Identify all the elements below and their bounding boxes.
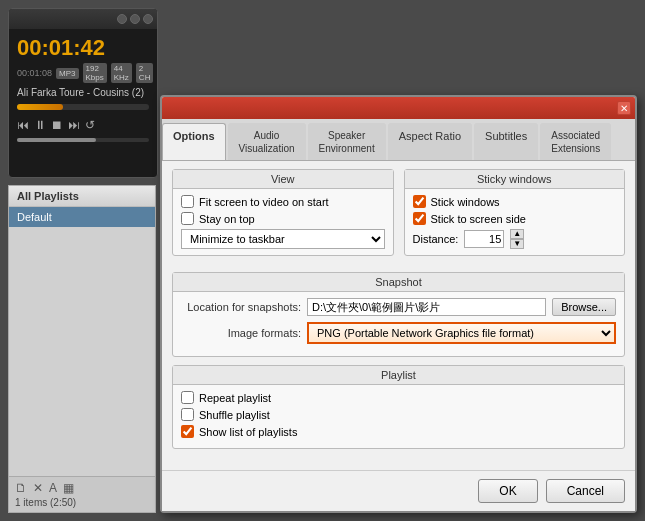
player-progress[interactable] xyxy=(17,104,149,110)
play-btn[interactable]: ⏸ xyxy=(34,118,46,132)
stick-screen-row: Stick to screen side xyxy=(413,212,617,225)
tab-options[interactable]: Options xyxy=(162,123,226,160)
stick-screen-label: Stick to screen side xyxy=(431,213,526,225)
show-list-checkbox[interactable] xyxy=(181,425,194,438)
volume-bar[interactable] xyxy=(17,138,149,142)
minimize-dropdown[interactable]: Minimize to taskbar xyxy=(181,229,385,249)
tab-aspect-ratio[interactable]: Aspect Ratio xyxy=(388,123,472,160)
cancel-button[interactable]: Cancel xyxy=(546,479,625,503)
tab-assoc-ext[interactable]: AssociatedExtensions xyxy=(540,123,611,160)
distance-label: Distance: xyxy=(413,233,459,245)
minimize-btn[interactable] xyxy=(117,14,127,24)
view-title: View xyxy=(173,170,393,189)
playlist-body: Repeat playlist Shuffle playlist Show li… xyxy=(173,385,624,448)
volume-fill xyxy=(17,138,96,142)
shuffle-checkbox[interactable] xyxy=(181,408,194,421)
another-icon[interactable]: ▦ xyxy=(63,481,74,495)
format-row: Image formats: PNG (Portable Network Gra… xyxy=(181,322,616,344)
snapshot-title: Snapshot xyxy=(173,273,624,292)
distance-input[interactable] xyxy=(464,230,504,248)
fit-screen-checkbox[interactable] xyxy=(181,195,194,208)
sticky-title: Sticky windows xyxy=(405,170,625,189)
next-btn[interactable]: ⏭ xyxy=(68,118,80,132)
remove-playlist-icon[interactable]: ✕ xyxy=(33,481,43,495)
dialog-close-btn[interactable]: ✕ xyxy=(617,101,631,115)
distance-row: Distance: ▲ ▼ xyxy=(413,229,617,249)
top-sections: View Fit screen to video on start Stay o… xyxy=(172,169,625,264)
player-remaining: 00:01:08 xyxy=(17,68,52,78)
show-list-label: Show list of playlists xyxy=(199,426,297,438)
view-section: View Fit screen to video on start Stay o… xyxy=(172,169,394,256)
playlist-title: Playlist xyxy=(173,366,624,385)
progress-fill xyxy=(17,104,63,110)
player-track: Ali Farka Toure - Cousins (2) xyxy=(9,85,157,100)
player-titlebar xyxy=(9,9,157,29)
distance-up-btn[interactable]: ▲ xyxy=(510,229,524,239)
add-playlist-icon[interactable]: 🗋 xyxy=(15,481,27,495)
sidebar-icon-row: 🗋 ✕ A ▦ xyxy=(15,481,149,495)
player-window: 00:01:42 00:01:08 MP3 192 Kbps 44 KHz 2 … xyxy=(8,8,158,178)
repeat-btn[interactable]: ↺ xyxy=(85,118,95,132)
fit-screen-label: Fit screen to video on start xyxy=(199,196,329,208)
location-label: Location for snapshots: xyxy=(181,301,301,313)
dialog-footer: OK Cancel xyxy=(162,470,635,511)
view-body: Fit screen to video on start Stay on top… xyxy=(173,189,393,255)
player-info-row: 00:01:08 MP3 192 Kbps 44 KHz 2 CH xyxy=(9,61,157,85)
bitrate-badge: 192 Kbps xyxy=(83,63,107,83)
tab-subtitles[interactable]: Subtitles xyxy=(474,123,538,160)
sidebar-count: 1 items (2:50) xyxy=(15,497,149,508)
stop-btn[interactable]: ⏹ xyxy=(51,118,63,132)
sidebar: All Playlists Default 🗋 ✕ A ▦ 1 items (2… xyxy=(8,185,156,513)
distance-down-btn[interactable]: ▼ xyxy=(510,239,524,249)
close-btn[interactable] xyxy=(143,14,153,24)
repeat-checkbox[interactable] xyxy=(181,391,194,404)
sticky-section: Sticky windows Stick windows Stick to sc… xyxy=(404,169,626,256)
format-badge: MP3 xyxy=(56,68,78,79)
snapshot-body: Location for snapshots: Browse... Image … xyxy=(173,292,624,356)
maximize-btn[interactable] xyxy=(130,14,140,24)
shuffle-row: Shuffle playlist xyxy=(181,408,616,421)
format-label: Image formats: xyxy=(181,327,301,339)
show-list-row: Show list of playlists xyxy=(181,425,616,438)
stick-screen-checkbox[interactable] xyxy=(413,212,426,225)
tab-bar: Options AudioVisualization SpeakerEnviro… xyxy=(162,119,635,161)
browse-button[interactable]: Browse... xyxy=(552,298,616,316)
repeat-row: Repeat playlist xyxy=(181,391,616,404)
prev-btn[interactable]: ⏮ xyxy=(17,118,29,132)
stick-windows-label: Stick windows xyxy=(431,196,500,208)
options-dialog: ✕ Options AudioVisualization SpeakerEnvi… xyxy=(160,95,637,513)
dialog-body: View Fit screen to video on start Stay o… xyxy=(162,161,635,507)
shuffle-label: Shuffle playlist xyxy=(199,409,270,421)
repeat-label: Repeat playlist xyxy=(199,392,271,404)
stay-on-top-row: Stay on top xyxy=(181,212,385,225)
sidebar-header: All Playlists xyxy=(9,186,155,207)
minimize-dropdown-row: Minimize to taskbar xyxy=(181,229,385,249)
snapshot-section: Snapshot Location for snapshots: Browse.… xyxy=(172,272,625,357)
playlist-section: Playlist Repeat playlist Shuffle playlis… xyxy=(172,365,625,449)
sidebar-item-default[interactable]: Default xyxy=(9,207,155,227)
stay-on-top-checkbox[interactable] xyxy=(181,212,194,225)
stick-windows-row: Stick windows xyxy=(413,195,617,208)
ok-button[interactable]: OK xyxy=(478,479,537,503)
dialog-titlebar: ✕ xyxy=(162,97,635,119)
font-icon[interactable]: A xyxy=(49,481,57,495)
distance-spinner: ▲ ▼ xyxy=(510,229,524,249)
tab-speaker-env[interactable]: SpeakerEnvironment xyxy=(308,123,386,160)
stick-windows-checkbox[interactable] xyxy=(413,195,426,208)
player-time: 00:01:42 xyxy=(9,29,157,61)
fit-screen-row: Fit screen to video on start xyxy=(181,195,385,208)
tab-audio-viz[interactable]: AudioVisualization xyxy=(228,123,306,160)
location-row: Location for snapshots: Browse... xyxy=(181,298,616,316)
stay-on-top-label: Stay on top xyxy=(199,213,255,225)
location-input[interactable] xyxy=(307,298,546,316)
player-controls: ⏮ ⏸ ⏹ ⏭ ↺ xyxy=(9,114,157,136)
sidebar-footer: 🗋 ✕ A ▦ 1 items (2:50) xyxy=(9,476,155,512)
channels-badge: 2 CH xyxy=(136,63,154,83)
sticky-body: Stick windows Stick to screen side Dista… xyxy=(405,189,625,255)
freq-badge: 44 KHz xyxy=(111,63,132,83)
format-select[interactable]: PNG (Portable Network Graphics file form… xyxy=(307,322,616,344)
